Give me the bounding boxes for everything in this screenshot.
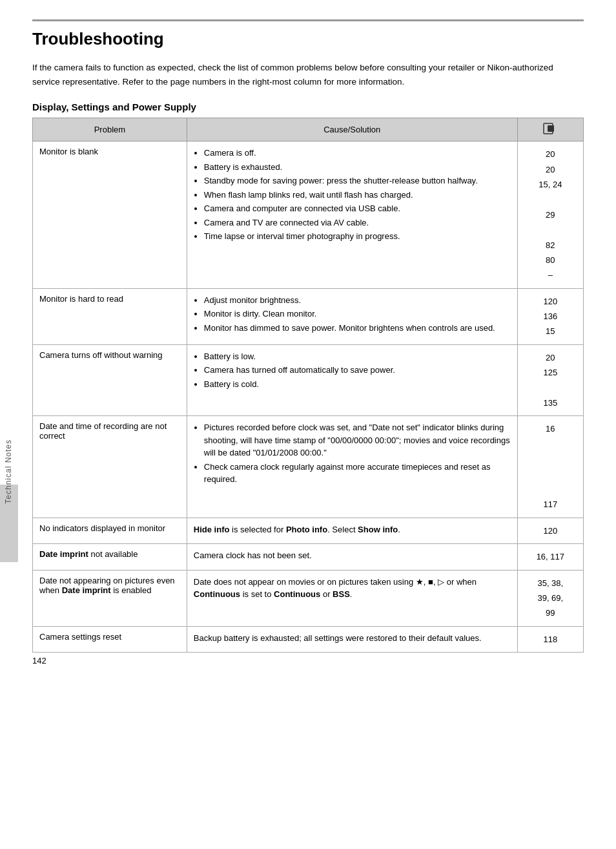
top-border	[32, 19, 584, 21]
page-cell: 35, 38,39, 69,99	[517, 570, 583, 626]
problem-cell: Date imprint not available	[33, 544, 187, 570]
page-cell: 118	[517, 626, 583, 652]
side-label: Technical Notes	[4, 439, 13, 504]
problem-cell: No indicators displayed in monitor	[33, 518, 187, 543]
troubleshooting-table: Problem Cause/Solution Monitor is blank …	[32, 118, 584, 653]
cause-cell: Adjust monitor brightness. Monitor is di…	[187, 288, 517, 344]
table-row: Monitor is hard to read Adjust monitor b…	[33, 288, 584, 344]
cause-cell: Date does not appear on movies or on pic…	[187, 570, 517, 626]
page-cell: 120	[517, 518, 583, 543]
page-title: Troubleshooting	[32, 29, 584, 49]
cause-cell: Battery is low. Camera has turned off au…	[187, 344, 517, 416]
table-row: No indicators displayed in monitor Hide …	[33, 518, 584, 543]
cause-cell: Backup battery is exhausted; all setting…	[187, 626, 517, 652]
page-cell: 16117	[517, 416, 583, 518]
cause-cell: Hide info is selected for Photo info. Se…	[187, 518, 517, 543]
page-cell: 16, 117	[517, 544, 583, 570]
table-row: Date imprint not available Camera clock …	[33, 544, 584, 570]
table-row: Camera turns off without warning Battery…	[33, 344, 584, 416]
problem-cell: Date and time of recording are not corre…	[33, 416, 187, 518]
table-row: Date not appearing on pictures even when…	[33, 570, 584, 626]
table-row: Camera settings reset Backup battery is …	[33, 626, 584, 652]
cause-cell: Camera is off. Battery is exhausted. Sta…	[187, 142, 517, 289]
page-container: Troubleshooting If the camera fails to f…	[0, 0, 616, 678]
header-problem: Problem	[33, 118, 187, 142]
header-cause: Cause/Solution	[187, 118, 517, 142]
cause-cell: Camera clock has not been set.	[187, 544, 517, 570]
problem-cell: Monitor is blank	[33, 142, 187, 289]
problem-cell: Camera turns off without warning	[33, 344, 187, 416]
page-ref-icon	[543, 123, 557, 134]
page-cell: 12013615	[517, 288, 583, 344]
problem-cell: Camera settings reset	[33, 626, 187, 652]
table-row: Date and time of recording are not corre…	[33, 416, 584, 518]
cause-cell: Pictures recorded before clock was set, …	[187, 416, 517, 518]
page-cell: 20125135	[517, 344, 583, 416]
header-page	[517, 118, 583, 142]
intro-text: If the camera fails to function as expec…	[32, 61, 562, 89]
svg-rect-1	[548, 125, 554, 132]
page-number: 142	[32, 656, 46, 666]
page-cell: 202015, 24298280–	[517, 142, 583, 289]
section-title: Display, Settings and Power Supply	[32, 101, 584, 112]
problem-cell: Monitor is hard to read	[33, 288, 187, 344]
problem-cell: Date not appearing on pictures even when…	[33, 570, 187, 626]
table-row: Monitor is blank Camera is off. Battery …	[33, 142, 584, 289]
